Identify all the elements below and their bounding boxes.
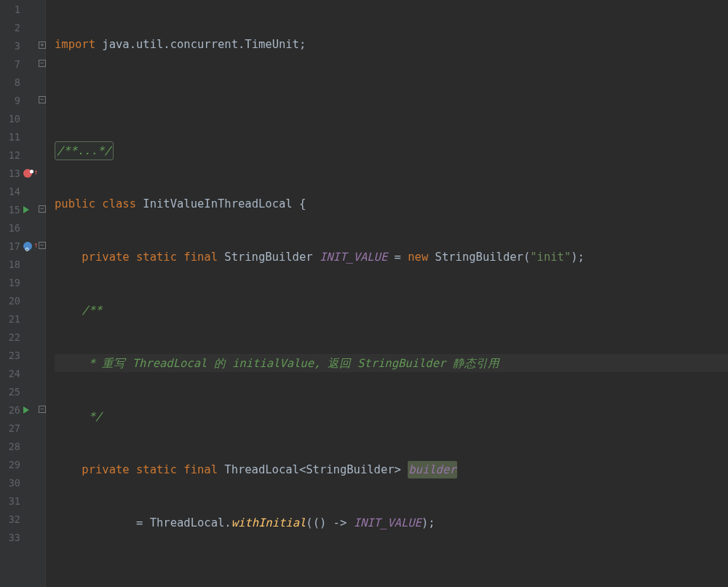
breakpoint-icon[interactable] xyxy=(23,169,32,178)
gutter-icons xyxy=(23,310,45,328)
method: withInitial xyxy=(232,514,306,532)
fold-collapse-icon[interactable] xyxy=(39,96,46,103)
line-number: 1 xyxy=(0,1,23,18)
indent xyxy=(55,461,82,478)
gutter-row[interactable]: 12 xyxy=(0,146,45,164)
line-number: 29 xyxy=(0,456,23,473)
gutter-row[interactable]: 7 xyxy=(0,55,45,73)
field: INIT_VALUE xyxy=(320,248,387,266)
gutter-row[interactable]: 32 xyxy=(0,510,45,528)
line-number: 32 xyxy=(0,511,23,528)
gutter-row[interactable]: 13↑ xyxy=(0,164,45,182)
type: StringBuilder xyxy=(224,248,320,266)
gutter-row[interactable]: 24 xyxy=(0,364,45,382)
gutter-row[interactable]: 3 xyxy=(0,36,45,55)
line-number: 24 xyxy=(0,365,23,382)
line-number: 13 xyxy=(0,165,23,182)
code-editor[interactable]: 12378910111213↑14151617↑1819202122232425… xyxy=(0,0,728,587)
gutter-row[interactable]: 28 xyxy=(0,437,45,455)
fold-expand-icon[interactable] xyxy=(39,42,46,49)
text: java.util.concurrent.TimeUnit; xyxy=(95,36,306,53)
ctor: StringBuilder( xyxy=(435,248,531,266)
gutter-row[interactable]: 11 xyxy=(0,127,45,146)
gutter-row[interactable]: 8 xyxy=(0,73,45,91)
gutter-row[interactable]: 17↑ xyxy=(0,237,45,255)
run-icon[interactable] xyxy=(23,206,29,213)
field: builder xyxy=(408,461,456,478)
gutter-row[interactable]: 15 xyxy=(0,200,45,218)
field: INIT_VALUE xyxy=(354,514,422,532)
text: ); xyxy=(422,514,435,532)
keyword: public xyxy=(55,195,102,213)
gutter-row[interactable]: 30 xyxy=(0,473,45,492)
gutter-row[interactable]: 22 xyxy=(0,328,45,346)
line-number: 25 xyxy=(0,383,23,401)
brace: { xyxy=(299,195,306,213)
gutter-icons xyxy=(23,219,45,237)
gutter-row[interactable]: 9 xyxy=(0,91,45,109)
gutter-icons xyxy=(23,511,45,528)
gutter-row[interactable]: 23 xyxy=(0,346,45,364)
line-number: 31 xyxy=(0,492,23,510)
javadoc: ThreadLocal xyxy=(132,355,207,372)
line-number: 26 xyxy=(0,401,23,419)
code-line: /** xyxy=(55,301,728,319)
gutter[interactable]: 12378910111213↑14151617↑1819202122232425… xyxy=(0,0,46,587)
gutter-row[interactable]: 33 xyxy=(0,528,45,546)
fold-collapse-icon[interactable] xyxy=(39,406,46,413)
gutter-row[interactable]: 10 xyxy=(0,109,45,127)
line-number: 16 xyxy=(0,219,23,237)
fold-collapse-icon[interactable] xyxy=(39,205,46,213)
line-number: 17 xyxy=(0,237,23,255)
gutter-icons xyxy=(23,110,45,127)
gutter-row[interactable]: 27 xyxy=(0,419,45,437)
line-number: 3 xyxy=(0,37,23,55)
line-number: 12 xyxy=(0,146,23,164)
gutter-row[interactable]: 14 xyxy=(0,182,45,200)
code-line: /**...*/ xyxy=(55,141,728,159)
gutter-icons xyxy=(23,328,45,346)
indent xyxy=(55,355,89,372)
code-area[interactable]: import java.util.concurrent.TimeUnit; /*… xyxy=(46,0,728,587)
line-number: 30 xyxy=(0,474,23,492)
run-icon[interactable] xyxy=(23,406,29,414)
indent xyxy=(55,514,136,532)
gutter-row[interactable]: 20 xyxy=(0,291,45,310)
line-number: 19 xyxy=(0,274,23,291)
fold-collapse-icon[interactable] xyxy=(39,242,46,249)
class-name: InitValueInThreadLocal xyxy=(143,195,299,213)
gutter-icons: ↑ xyxy=(23,165,45,182)
keyword: new xyxy=(408,248,435,266)
gutter-icons xyxy=(23,183,45,200)
gutter-row[interactable]: 1 xyxy=(0,0,45,18)
line-number: 11 xyxy=(0,128,23,146)
line-number: 33 xyxy=(0,529,23,546)
override-icon[interactable] xyxy=(23,242,32,251)
gutter-row[interactable]: 19 xyxy=(0,273,45,291)
line-number: 23 xyxy=(0,347,23,364)
up-arrow-icon: ↑ xyxy=(33,237,39,254)
gutter-icons xyxy=(23,529,45,546)
code-line: public class InitValueInThreadLocal { xyxy=(55,194,728,213)
folded-comment[interactable]: /**...*/ xyxy=(55,141,114,160)
gutter-row[interactable]: 16 xyxy=(0,218,45,237)
gutter-row[interactable]: 29 xyxy=(0,455,45,473)
keyword: import xyxy=(55,36,95,53)
line-number: 20 xyxy=(0,292,23,310)
text: ); xyxy=(571,248,585,266)
line-number: 8 xyxy=(0,74,23,91)
gutter-icons xyxy=(23,383,45,401)
javadoc: 重写 xyxy=(102,355,132,372)
gutter-icons xyxy=(23,419,45,437)
gutter-row[interactable]: 21 xyxy=(0,310,45,328)
gutter-row[interactable]: 18 xyxy=(0,255,45,273)
gutter-icons xyxy=(23,347,45,364)
gutter-row[interactable]: 2 xyxy=(0,18,45,36)
javadoc: initialValue xyxy=(232,355,314,372)
type: ThreadLocal<StringBuilder> xyxy=(224,461,408,478)
fold-collapse-icon[interactable] xyxy=(39,60,46,67)
gutter-row[interactable]: 26 xyxy=(0,401,45,419)
gutter-row[interactable]: 25 xyxy=(0,382,45,401)
keyword: class xyxy=(102,195,143,213)
gutter-row[interactable]: 31 xyxy=(0,492,45,510)
